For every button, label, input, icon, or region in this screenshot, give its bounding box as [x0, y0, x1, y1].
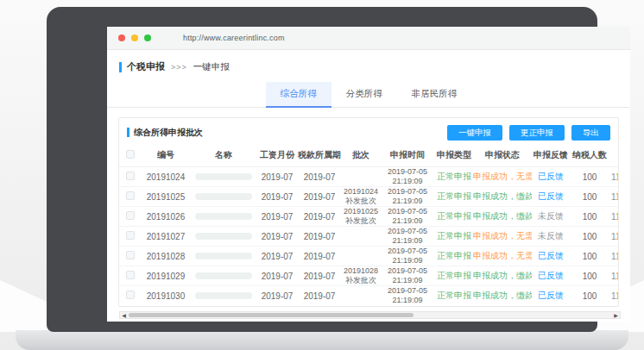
table-row: 201910242019-072019-072019-07-0521:19:09…	[119, 167, 618, 187]
cell-name	[190, 187, 257, 207]
panel-title: 综合所得申报批次	[127, 127, 203, 139]
cell-declare-status: 申报成功，无需缴款	[473, 167, 532, 187]
row-checkbox-cell[interactable]	[119, 286, 142, 306]
row-checkbox-cell[interactable]	[119, 247, 142, 266]
table-row: 201910302019-072019-072019-07-0521:19:09…	[119, 286, 618, 306]
column-header-2: 名称	[190, 145, 257, 167]
redacted-name-bar	[195, 193, 252, 200]
cell-batch	[342, 227, 380, 247]
batch-table: 编号名称工资月份税款所属期批次申报时间申报类型申报状态申报反馈纳税人数 2019…	[119, 145, 618, 306]
cell-declare-time: 2019-07-0521:19:09	[380, 247, 435, 266]
redacted-name-bar	[195, 213, 252, 220]
breadcrumb-separator: >>>	[171, 63, 187, 72]
window-maximize-icon[interactable]	[144, 34, 151, 41]
scroll-left-icon[interactable]: ◀	[120, 312, 128, 318]
breadcrumb-page[interactable]: 一键申报	[193, 61, 230, 73]
horizontal-scrollbar[interactable]: ◀ ▶	[119, 311, 621, 319]
checkbox-icon[interactable]	[126, 291, 135, 299]
column-header-8: 申报状态	[473, 145, 532, 167]
column-header-3: 工资月份	[257, 145, 297, 167]
tab-0[interactable]: 综合所得	[266, 82, 331, 107]
tab-1[interactable]: 分类所得	[331, 82, 397, 107]
accent-bar-icon	[127, 128, 129, 137]
checkbox-icon[interactable]	[126, 211, 135, 220]
action-buttons: 一键申报更正申报导出	[447, 125, 610, 141]
cell-id: 20191030	[142, 286, 190, 306]
cell-declare-status: 申报成功，缴款成功	[473, 207, 532, 227]
row-checkbox-cell[interactable]	[119, 266, 142, 286]
window-close-icon[interactable]	[118, 34, 125, 41]
redacted-name-bar	[195, 253, 252, 259]
scroll-right-icon[interactable]: ▶	[612, 312, 620, 318]
row-checkbox-cell[interactable]	[119, 207, 142, 227]
redacted-name-bar	[195, 292, 252, 299]
redacted-name-bar	[195, 272, 252, 279]
table-row: 201910252019-072019-0720191024补发批次2019-0…	[119, 187, 618, 207]
url-text: http://www.careerintlinc.com	[183, 34, 285, 42]
cell-name	[190, 227, 257, 247]
one-key-declare-button[interactable]: 一键申报	[447, 125, 502, 141]
correct-declare-button[interactable]: 更正申报	[509, 125, 565, 141]
scrollbar-thumb[interactable]	[129, 313, 414, 317]
cell-batch: 20191028补发批次	[342, 266, 380, 286]
laptop-screen: http://www.careerintlinc.com 个税申报 >>> 一键…	[107, 27, 630, 322]
browser-address-bar[interactable]: http://www.careerintlinc.com	[107, 27, 630, 50]
row-checkbox-cell[interactable]	[119, 187, 142, 207]
cell-declare-status: 申报成功，缴款成功	[473, 266, 532, 286]
batch-panel: 综合所得申报批次 一键申报更正申报导出 编号名称工资月份税款所属期批次申报时间申…	[118, 117, 619, 307]
cell-clipped-overflow: 11	[609, 266, 618, 286]
checkbox-icon[interactable]	[126, 251, 135, 259]
cell-declare-feedback: 已反馈	[532, 266, 570, 286]
cell-declare-type: 正常申报	[435, 167, 473, 187]
table-row: 201910262019-072019-0720191025补发批次2019-0…	[119, 207, 618, 227]
column-header-5: 批次	[342, 145, 380, 167]
checkbox-icon[interactable]	[126, 271, 135, 279]
cell-id: 20191026	[142, 207, 190, 227]
table-header-row: 编号名称工资月份税款所属期批次申报时间申报类型申报状态申报反馈纳税人数	[119, 145, 618, 167]
cell-declare-time: 2019-07-0521:19:09	[380, 266, 435, 286]
breadcrumb: 个税申报 >>> 一键申报	[119, 60, 630, 73]
redacted-name-bar	[195, 173, 252, 180]
cell-declare-type: 正常申报	[435, 227, 473, 247]
cell-taxpayer-count: 100	[570, 227, 609, 247]
cell-clipped-overflow: 11	[609, 167, 618, 187]
cell-declare-feedback: 已反馈	[532, 286, 570, 306]
checkbox-icon[interactable]	[126, 231, 135, 240]
batch-table-wrap: 编号名称工资月份税款所属期批次申报时间申报类型申报状态申报反馈纳税人数 2019…	[119, 145, 618, 306]
checkbox-icon[interactable]	[126, 172, 135, 180]
panel-title-text: 综合所得申报批次	[134, 127, 203, 139]
export-button[interactable]: 导出	[571, 125, 610, 141]
select-all-checkbox[interactable]	[119, 145, 142, 167]
cell-name	[190, 167, 257, 187]
cell-tax-period: 2019-07	[297, 167, 342, 187]
cell-batch	[342, 286, 380, 306]
laptop-base	[16, 330, 628, 350]
cell-id: 20191029	[142, 266, 190, 286]
cell-taxpayer-count: 100	[570, 207, 609, 227]
cell-wage-month: 2019-07	[257, 286, 297, 306]
cell-tax-period: 2019-07	[297, 207, 342, 227]
cell-taxpayer-count: 100	[570, 187, 609, 207]
redacted-name-bar	[195, 233, 252, 240]
cell-tax-period: 2019-07	[297, 187, 342, 207]
checkbox-icon[interactable]	[126, 191, 135, 200]
cell-tax-period: 2019-07	[297, 247, 342, 266]
cell-declare-feedback: 已反馈	[532, 167, 570, 187]
checkbox-icon[interactable]	[126, 150, 135, 159]
cell-name	[190, 266, 257, 286]
cell-wage-month: 2019-07	[257, 266, 297, 286]
cell-declare-type: 正常申报	[435, 286, 473, 306]
column-header-7: 申报类型	[435, 145, 473, 167]
cell-id: 20191028	[142, 247, 190, 266]
row-checkbox-cell[interactable]	[119, 227, 142, 247]
cell-declare-feedback: 未反馈	[532, 227, 570, 247]
cell-wage-month: 2019-07	[257, 167, 297, 187]
cell-declare-type: 正常申报	[435, 187, 473, 207]
cell-tax-period: 2019-07	[297, 286, 342, 306]
window-minimize-icon[interactable]	[131, 34, 138, 41]
cell-batch	[342, 247, 380, 266]
cell-taxpayer-count: 100	[570, 286, 609, 306]
breadcrumb-section: 个税申报	[127, 60, 165, 73]
tab-2[interactable]: 非居民所得	[397, 82, 472, 107]
row-checkbox-cell[interactable]	[119, 167, 142, 187]
